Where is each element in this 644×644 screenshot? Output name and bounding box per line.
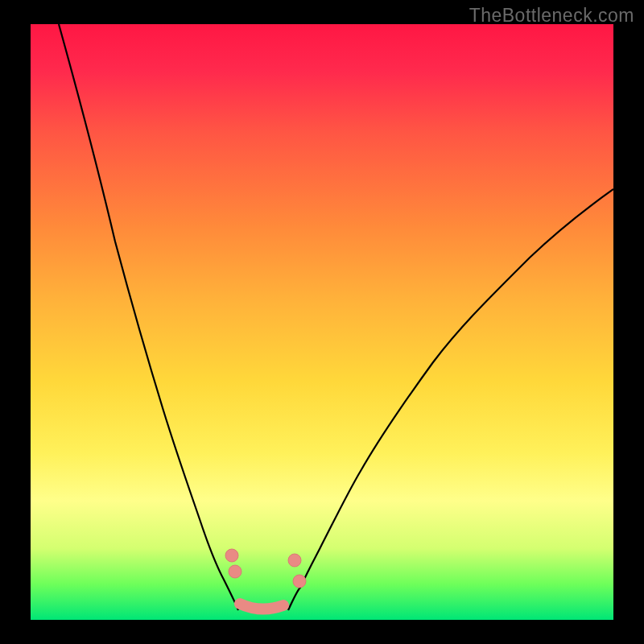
marker-dot <box>288 554 301 567</box>
marker-dot <box>229 565 242 578</box>
chart-svg <box>31 24 613 620</box>
curve-trough-band <box>240 604 283 609</box>
chart-frame: TheBottleneck.com <box>0 0 644 644</box>
marker-dot <box>293 575 306 588</box>
marker-dot <box>225 549 238 562</box>
curve-right <box>288 189 613 610</box>
watermark-text: TheBottleneck.com <box>469 5 634 27</box>
curve-left <box>59 24 238 610</box>
